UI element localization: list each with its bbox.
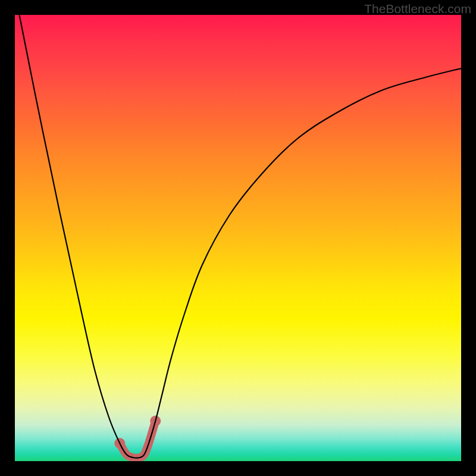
watermark-text: TheBottleneck.com: [364, 2, 471, 16]
curve-svg: [15, 15, 461, 461]
chart-area: [15, 15, 461, 461]
bottleneck-curve: [20, 15, 462, 458]
